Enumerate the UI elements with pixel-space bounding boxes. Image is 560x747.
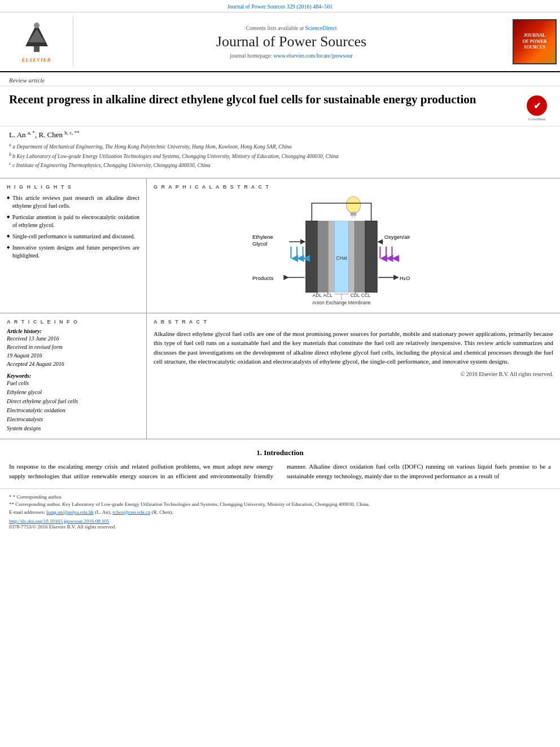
highlight-item-4: Innovative system designs and future per… — [7, 244, 139, 260]
article-title: Recent progress in alkaline direct ethyl… — [9, 92, 517, 107]
article-info-col: A R T I C L E I N F O Article history: R… — [0, 313, 147, 439]
elsevier-logo-block: ELSEVIER — [0, 17, 73, 67]
svg-point-3 — [34, 23, 40, 28]
highlights-heading: H I G H L I G H T S — [7, 184, 139, 190]
keyword-6: System designs — [7, 424, 139, 433]
revised-date-2: 19 August 2016 — [7, 351, 139, 360]
received-date: Received 13 June 2016 — [7, 334, 139, 343]
introduction-section: 1. Introduction In response to the escal… — [0, 439, 560, 482]
sciencedirect-link[interactable]: ScienceDirect — [305, 25, 336, 31]
email-name-2: (R. Chen). — [152, 509, 173, 515]
issn-line: 0378-7753/© 2016 Elsevier B.V. All right… — [9, 524, 551, 530]
diagram-container: CHat Ethylene Glycol Oxygen/air — [154, 194, 553, 307]
article-type: Review article — [0, 72, 560, 86]
abstract-text: Alkaline direct ethylene glycol fuel cel… — [154, 329, 553, 366]
journal-logo-image: JOURNAL OF POWER SOURCES — [513, 19, 557, 64]
sciencedirect-label: Contents lists available at — [246, 25, 303, 31]
svg-rect-13 — [349, 221, 355, 292]
keyword-3: Direct ethylene glycol fuel cells — [7, 397, 139, 406]
introduction-text: In response to the escalating energy cri… — [9, 462, 551, 482]
affiliation-c: c c Institute of Engineering Thermophysi… — [9, 160, 551, 169]
copyright-line: © 2016 Elsevier B.V. All rights reserved… — [154, 371, 553, 377]
highlights-list: This article reviews past research on al… — [7, 194, 139, 260]
crossmark-icon: ✔ — [527, 95, 547, 116]
svg-text:Products: Products — [252, 274, 274, 281]
email-name-1: (L. An), — [95, 509, 111, 515]
crossmark-label: CrossMark — [528, 117, 545, 121]
footnote-2: ** Corresponding author. Key Laboratory … — [9, 501, 551, 509]
doi-link[interactable]: http://dx.doi.org/10.1016/j.jpowsour.201… — [9, 518, 110, 524]
email-label: E-mail addresses: — [9, 509, 45, 515]
svg-text:H₂O: H₂O — [400, 274, 410, 281]
affiliations-block: a a Department of Mechanical Engineering… — [9, 142, 551, 169]
affiliation-b: b b Key Laboratory of Low-grade Energy U… — [9, 151, 551, 160]
svg-rect-5 — [351, 212, 357, 215]
history-label: Article history: — [7, 328, 139, 334]
journal-ref-text: Journal of Power Sources 329 (2016) 484–… — [228, 3, 333, 10]
svg-rect-0 — [34, 46, 40, 52]
svg-text:Ethylene: Ethylene — [252, 234, 273, 240]
homepage-label: journal homepage: — [230, 53, 272, 59]
affiliation-a: a a Department of Mechanical Engineering… — [9, 142, 551, 151]
author-sup-b: b, c, ** — [64, 130, 80, 136]
svg-rect-15 — [365, 221, 377, 292]
authors-section: L. An a, *, R. Chen b, c, ** a a Departm… — [0, 126, 560, 172]
email-link-2[interactable]: rchen@cqu.edu.cn — [112, 509, 150, 515]
svg-rect-10 — [329, 221, 335, 292]
abstract-col: A B S T R A C T Alkaline direct ethylene… — [147, 313, 560, 439]
keywords-label: Keywords: — [7, 373, 139, 379]
info-abstract-section: A R T I C L E I N F O Article history: R… — [0, 313, 560, 439]
graphical-abstract-col: G R A P H I C A L A B S T R A C T CHat — [147, 178, 560, 313]
sciencedirect-line: Contents lists available at ScienceDirec… — [246, 25, 336, 31]
highlight-item-2: Particular attention is paid to electroc… — [7, 213, 139, 229]
keyword-4: Electrocatalytic oxidation — [7, 406, 139, 415]
doi-line[interactable]: http://dx.doi.org/10.1016/j.jpowsour.201… — [9, 518, 551, 524]
highlight-item-1: This article reviews past research on al… — [7, 194, 139, 210]
title-section: Recent progress in alkaline direct ethyl… — [0, 86, 560, 126]
svg-text:Glycol: Glycol — [252, 240, 267, 246]
footnote-star-1: * — [9, 494, 13, 500]
revised-date: Received in revised form — [7, 343, 139, 351]
introduction-heading: 1. Introduction — [9, 448, 551, 457]
title-block: Recent progress in alkaline direct ethyl… — [9, 92, 517, 107]
keyword-1: Fuel cells — [7, 379, 139, 388]
accepted-date: Accepted 24 August 2016 — [7, 360, 139, 368]
svg-rect-8 — [306, 221, 318, 292]
fuel-cell-diagram: CHat Ethylene Glycol Oxygen/air — [154, 194, 553, 307]
svg-point-4 — [346, 196, 360, 213]
svg-text:Oxygen/air: Oxygen/air — [384, 234, 410, 240]
footnote-1: * * Corresponding author. — [9, 493, 551, 501]
keyword-2: Ethylene glycol — [7, 388, 139, 397]
homepage-line: journal homepage: www.elsevier.com/locat… — [230, 53, 353, 59]
svg-rect-9 — [318, 221, 329, 292]
highlights-graphical-section: H I G H L I G H T S This article reviews… — [0, 178, 560, 313]
svg-text:Anion Exchange Membrane: Anion Exchange Membrane — [312, 299, 371, 305]
elsevier-text: ELSEVIER — [21, 57, 51, 63]
journal-logo-text: JOURNAL OF POWER SOURCES — [522, 33, 546, 50]
footnote-2-text: Corresponding author. Key Laboratory of … — [15, 501, 370, 507]
journal-header: ELSEVIER Contents lists available at Sci… — [0, 12, 560, 72]
author-sup-a: a, * — [28, 130, 35, 136]
crossmark-block: ✔ CrossMark — [523, 95, 551, 121]
article-info-heading: A R T I C L E I N F O — [7, 319, 139, 325]
footer-section: * * Corresponding author. ** Correspondi… — [0, 488, 560, 535]
keyword-5: Electrocatalysts — [7, 415, 139, 424]
svg-text:CHat: CHat — [336, 255, 347, 260]
header-center: Contents lists available at ScienceDirec… — [73, 17, 509, 67]
article-type-label: Review article — [9, 77, 45, 84]
history-dates: Received 13 June 2016 Received in revise… — [7, 334, 139, 368]
keywords-list: Fuel cells Ethylene glycol Direct ethyle… — [7, 379, 139, 433]
journal-logo-block: JOURNAL OF POWER SOURCES — [509, 17, 560, 67]
svg-rect-14 — [355, 221, 365, 292]
highlight-item-3: Single-cell performance is summarized an… — [7, 233, 139, 241]
homepage-link[interactable]: www.elsevier.com/locate/jpowsour — [273, 53, 352, 59]
email-link-1[interactable]: liang.an@polyu.edu.hk — [46, 509, 94, 515]
authors-line: L. An a, *, R. Chen b, c, ** — [9, 130, 551, 139]
abstract-heading: A B S T R A C T — [154, 319, 553, 325]
email-line: E-mail addresses: liang.an@polyu.edu.hk … — [9, 509, 551, 517]
highlights-col: H I G H L I G H T S This article reviews… — [0, 178, 147, 313]
footnote-1-text: * Corresponding author. — [13, 494, 62, 500]
footnote-star-2: ** — [9, 501, 15, 507]
journal-reference: Journal of Power Sources 329 (2016) 484–… — [0, 0, 560, 12]
graphical-abstract-heading: G R A P H I C A L A B S T R A C T — [154, 184, 553, 190]
